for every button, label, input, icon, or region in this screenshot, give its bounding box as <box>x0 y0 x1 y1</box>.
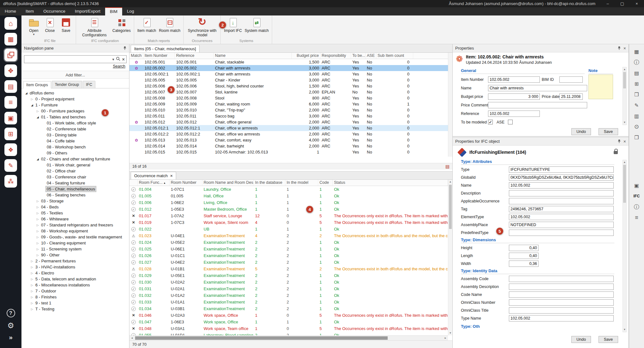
items-column-header[interactable]: Item Number <box>143 53 175 59</box>
pin-icon[interactable] <box>617 46 621 50</box>
occurrence-row[interactable]: 01.025 U-06E1 ExaminationTreatment 2 2 1… <box>129 246 448 252</box>
ifc-attribute-input[interactable] <box>509 198 614 204</box>
item-row[interactable]: 102.05.012:1 102.05.012:1 Chair, office … <box>129 125 448 131</box>
categories-button[interactable]: Categories <box>111 16 132 33</box>
scroll-down-icon[interactable]: ▼ <box>448 331 452 335</box>
tree-item[interactable]: 02 - Conference table <box>21 126 129 132</box>
organization-icon[interactable] <box>4 175 17 188</box>
occurrence-column-header[interactable]: In the model <box>285 180 318 186</box>
ifc-dimension-input[interactable]: 0,36 <box>509 261 539 267</box>
reports-icon[interactable] <box>4 143 17 156</box>
tree-expander-icon[interactable] <box>24 92 29 95</box>
ifc-attribute-input[interactable] <box>509 230 614 236</box>
chevron-down-icon[interactable]: ▾ <box>111 57 116 62</box>
scroll-up-icon[interactable]: ▲ <box>623 160 626 165</box>
occurrence-row[interactable]: 01.023 U-04E1 ExaminationTreatment 4 2 2… <box>129 232 448 239</box>
ifc-box-icon[interactable] <box>632 181 642 190</box>
occurrence-row[interactable]: 01.048 U-03A1 Work space, Team office 1 … <box>129 325 448 332</box>
close-panel-icon[interactable]: × <box>623 46 626 51</box>
database-icon[interactable] <box>4 96 17 109</box>
menu-tab[interactable]: Item <box>21 7 39 15</box>
item-row[interactable]: 102.05.014 102.05.014 Chair, barheight 2… <box>129 143 448 149</box>
room-match-button[interactable]: Room match <box>158 16 181 33</box>
tree-item[interactable]: 06 - Seating benches <box>21 192 129 198</box>
occurrence-vertical-scrollbar[interactable]: ▲ ▼ <box>448 180 452 335</box>
home-icon[interactable] <box>4 17 17 30</box>
save-ifc-button[interactable]: Save <box>58 16 74 33</box>
occurrences-icon[interactable] <box>4 64 17 77</box>
tree-item[interactable]: 8 - Finishes <box>21 294 129 300</box>
add-filter-button[interactable]: Add filter... <box>21 71 129 79</box>
item-row[interactable]: 102.05.006 102.05.006 Stool, high, behin… <box>129 83 448 89</box>
tree-expander-icon[interactable] <box>30 308 34 311</box>
maximize-icon[interactable]: ▢ <box>615 0 629 7</box>
ifc-scrollbar[interactable]: ▲ ▼ <box>623 160 627 332</box>
scroll-down-icon[interactable]: ▼ <box>623 120 626 125</box>
scrollbar-thumb[interactable] <box>623 72 626 88</box>
tree-item[interactable]: 7 - Outdoor <box>21 288 129 294</box>
occurrence-row[interactable]: 01.027 U-04E2 ExaminationTreatment 2 2 1… <box>129 259 448 266</box>
menu-tab[interactable]: Occurrence <box>39 7 70 15</box>
close-icon[interactable]: × <box>629 0 644 7</box>
tree-item[interactable]: 03 - Dining table <box>21 132 129 138</box>
item-row[interactable]: 102.05.015 102.05.015 102-05 Armchair: 1… <box>129 149 448 155</box>
item-row[interactable]: 102.05.008 102.05.008 Stool 800 ARC Yes … <box>129 95 448 101</box>
occurrence-row[interactable]: 01.030 U-02A2 ExaminationTreatment 2 2 1… <box>129 279 448 285</box>
synchronize-with-model-button[interactable]: Synchronize with model <box>186 16 218 37</box>
ifc-attribute-input[interactable]: NOTDEFINED <box>509 222 614 228</box>
open-report-icon[interactable]: ▤ <box>445 164 450 169</box>
item-row[interactable]: 102.05.013 102.05.013 Chair, comfort, ea… <box>129 137 448 143</box>
items-scrollbar[interactable] <box>448 53 452 157</box>
expand-rail-icon[interactable] <box>0 334 21 340</box>
tree-item[interactable]: 11 - Screening system <box>21 246 129 252</box>
camera-icon[interactable] <box>632 122 642 131</box>
model-viewer-icon[interactable] <box>632 90 642 99</box>
occurrence-row[interactable]: 01.047 1-06E3 Work space, Office 1 1 1 O… <box>129 319 448 325</box>
item-number-input[interactable]: 102.05.002 <box>488 76 540 83</box>
occurrence-column-header[interactable]: Room Number <box>170 180 202 186</box>
occurrence-column-header[interactable]: In the database <box>254 180 285 186</box>
tree-item[interactable]: 00 - Furniture packages <box>21 108 129 114</box>
budget-price-input[interactable]: 3 000 <box>488 93 540 100</box>
to-be-modeled-checkbox[interactable] <box>488 120 493 124</box>
layout-panels-icon[interactable] <box>632 47 642 56</box>
tree-expander-icon[interactable] <box>35 254 40 257</box>
navigation-tab[interactable]: Item Groups <box>23 81 51 88</box>
ifc-attribute-input[interactable]: 102.05.002 <box>509 214 614 220</box>
menu-tab[interactable]: Log <box>122 7 139 15</box>
tree-item[interactable]: 01 - Tables and benches <box>21 114 129 120</box>
tree-item[interactable]: 10 - Cleaning equipment <box>21 240 129 246</box>
system-match-button[interactable]: System match <box>244 16 270 33</box>
tree-expander-icon[interactable] <box>30 260 34 263</box>
item-row[interactable]: 102.05.001 102.05.001 Chair, stackable 1… <box>129 59 448 65</box>
logistics-icon[interactable] <box>4 112 17 124</box>
tree-item[interactable]: 05 - Textiles <box>21 210 129 216</box>
tree-item[interactable]: 09 - Goods-, waste- and textile manageme… <box>21 234 129 240</box>
bim-id-input[interactable] <box>559 76 583 83</box>
close-ifc-button[interactable]: Close <box>42 16 57 33</box>
tree-item[interactable]: 03 - Storage <box>21 198 129 204</box>
tree-item[interactable]: 04 - Seating furniture <box>21 180 129 186</box>
ifc-attribute-input[interactable] <box>509 190 614 196</box>
info-icon[interactable] <box>632 57 642 67</box>
occurrence-row[interactable]: 01.024 U-05E2 ExaminationTreatment 2 2 1… <box>129 239 448 246</box>
ifc-dimension-input[interactable]: 0,40 <box>509 253 539 259</box>
tree-expander-icon[interactable] <box>30 98 34 101</box>
tree-expander-icon[interactable] <box>35 224 40 227</box>
ifc-layers-icon[interactable] <box>632 213 642 222</box>
occurrence-horizontal-scrollbar[interactable]: ◄ ► <box>129 335 448 340</box>
items-column-header[interactable]: Sub Item count <box>376 53 413 59</box>
item-row[interactable]: 102.05.010 102.05.010 Chair, "Trip-trap"… <box>129 107 448 113</box>
occurrence-column-header[interactable]: Code <box>318 180 333 186</box>
images-icon[interactable] <box>632 111 642 121</box>
items-icon[interactable] <box>4 49 17 61</box>
save-button[interactable]: Save <box>599 128 618 135</box>
occurrence-row[interactable]: 01.005 01.005 Hall, Office 1 1 1 Ok <box>129 193 448 199</box>
ifc-identity-input[interactable] <box>509 299 614 306</box>
tree-expander-icon[interactable] <box>35 242 40 245</box>
item-row[interactable]: 102.05.007 102.05.007 Stol, kantine 2,00… <box>129 89 448 95</box>
scroll-down-icon[interactable]: ▼ <box>623 327 626 332</box>
occurrence-row[interactable]: 01.033 U-01A1 ExaminationTreatment 2 2 1… <box>129 299 448 305</box>
tree-expander-icon[interactable] <box>30 104 34 107</box>
tree-expander-icon[interactable] <box>35 158 40 161</box>
